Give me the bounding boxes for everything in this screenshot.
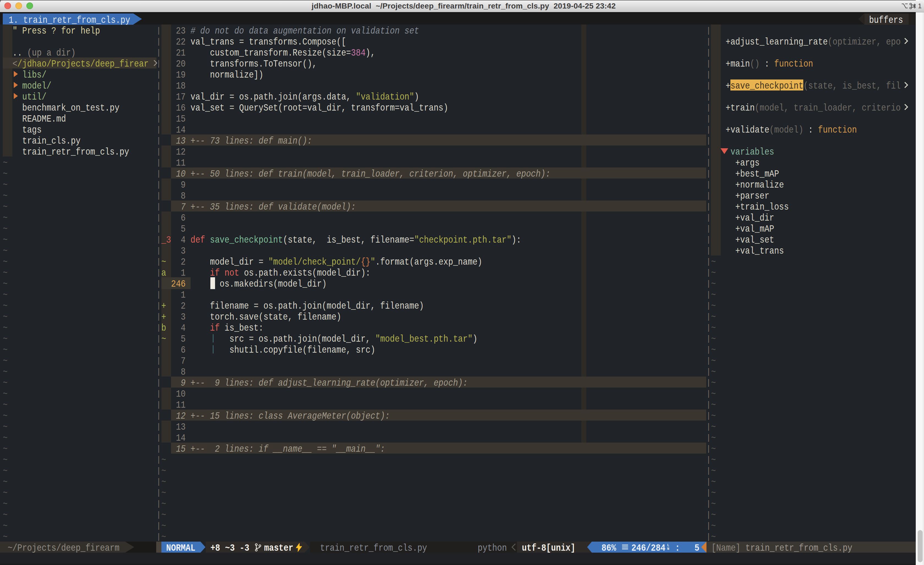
svg-text:1: 1 xyxy=(918,3,921,9)
